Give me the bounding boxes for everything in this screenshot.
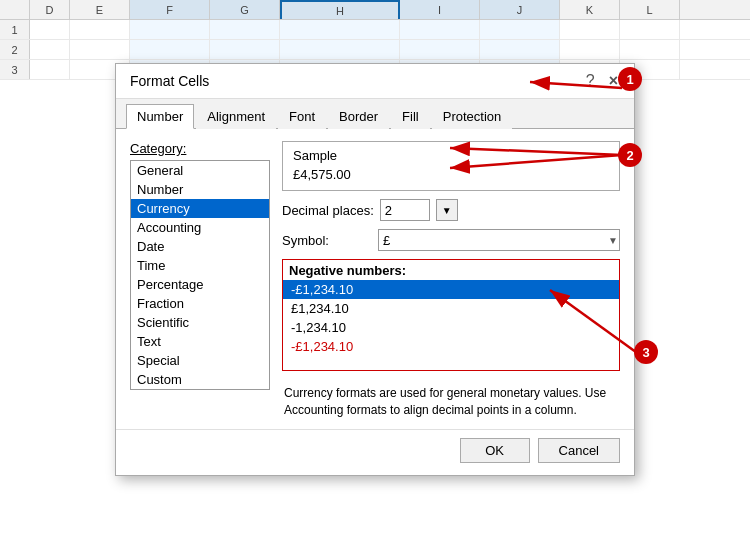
symbol-row: Symbol: ▼ <box>282 229 620 251</box>
negative-numbers-label: Negative numbers: <box>283 260 619 280</box>
sample-value: £4,575.00 <box>293 167 609 182</box>
symbol-wrapper: ▼ <box>378 229 620 251</box>
negative-item-4[interactable]: -£1,234.10 <box>283 337 619 356</box>
category-date[interactable]: Date <box>131 237 269 256</box>
category-general[interactable]: General <box>131 161 269 180</box>
tab-protection[interactable]: Protection <box>432 104 513 129</box>
decimal-dropdown-btn[interactable]: ▼ <box>436 199 458 221</box>
cancel-button[interactable]: Cancel <box>538 438 620 463</box>
dialog-body: Category: General Number Currency Accoun… <box>116 129 634 429</box>
category-accounting[interactable]: Accounting <box>131 218 269 237</box>
symbol-input[interactable] <box>378 229 620 251</box>
tab-font[interactable]: Font <box>278 104 326 129</box>
category-panel: Category: General Number Currency Accoun… <box>130 141 270 419</box>
dialog-titlebar: Format Cells ? × <box>116 64 634 99</box>
category-currency[interactable]: Currency <box>131 199 269 218</box>
category-list[interactable]: General Number Currency Accounting Date … <box>130 160 270 390</box>
tab-border[interactable]: Border <box>328 104 389 129</box>
category-time[interactable]: Time <box>131 256 269 275</box>
description-text: Currency formats are used for general mo… <box>282 385 620 419</box>
tab-bar: Number Alignment Font Border Fill Protec… <box>116 99 634 129</box>
category-text[interactable]: Text <box>131 332 269 351</box>
category-custom[interactable]: Custom <box>131 370 269 389</box>
category-scientific[interactable]: Scientific <box>131 313 269 332</box>
category-special[interactable]: Special <box>131 351 269 370</box>
annotation-1: 1 <box>618 67 642 91</box>
tab-number[interactable]: Number <box>126 104 194 129</box>
dialog-footer: OK Cancel <box>116 429 634 475</box>
category-fraction[interactable]: Fraction <box>131 294 269 313</box>
dialog-title: Format Cells <box>130 73 209 89</box>
tab-alignment[interactable]: Alignment <box>196 104 276 129</box>
annotation-3: 3 <box>634 340 658 364</box>
dialog-controls: ? × <box>582 72 622 90</box>
format-cells-dialog: Format Cells ? × Number Alignment Font B… <box>115 63 635 476</box>
decimal-places-row: Decimal places: ▼ <box>282 199 620 221</box>
decimal-input[interactable] <box>380 199 430 221</box>
negative-numbers-list[interactable]: -£1,234.10 £1,234.10 -1,234.10 -£1,234.1… <box>283 280 619 370</box>
category-number[interactable]: Number <box>131 180 269 199</box>
decimal-label: Decimal places: <box>282 203 374 218</box>
sample-label: Sample <box>293 148 609 163</box>
category-label: Category: <box>130 141 270 156</box>
negative-item-2[interactable]: £1,234.10 <box>283 299 619 318</box>
right-panel: Sample £4,575.00 Decimal places: ▼ Symbo… <box>282 141 620 419</box>
help-button[interactable]: ? <box>582 72 599 90</box>
annotation-2: 2 <box>618 143 642 167</box>
sample-section: Sample £4,575.00 <box>282 141 620 191</box>
negative-numbers-section: Negative numbers: -£1,234.10 £1,234.10 -… <box>282 259 620 371</box>
symbol-label: Symbol: <box>282 233 372 248</box>
tab-fill[interactable]: Fill <box>391 104 430 129</box>
ok-button[interactable]: OK <box>460 438 530 463</box>
category-percentage[interactable]: Percentage <box>131 275 269 294</box>
negative-item-1[interactable]: -£1,234.10 <box>283 280 619 299</box>
negative-item-3[interactable]: -1,234.10 <box>283 318 619 337</box>
